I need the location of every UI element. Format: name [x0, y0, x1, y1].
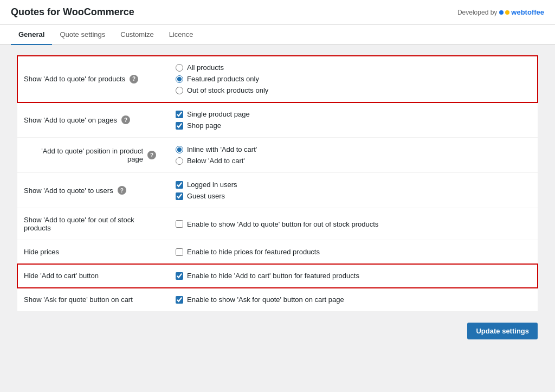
label-hide-prices: Hide prices — [17, 240, 169, 264]
radio-group-products: All products Featured products only Out … — [176, 63, 531, 94]
row-show-add-to-quote-pages: Show 'Add to quote' on pages ? Single pr… — [17, 102, 538, 138]
label-show-add-to-quote-products: Show 'Add to quote' for products ? — [17, 56, 169, 102]
checkbox-input-shop[interactable] — [176, 122, 183, 130]
checkbox-single-product-page[interactable]: Single product page — [176, 110, 531, 118]
radio-input-outofstock[interactable] — [176, 87, 183, 94]
checkbox-enable-ask-for-quote[interactable]: Enable to show 'Ask for quote' button on… — [176, 295, 531, 304]
tab-customize[interactable]: Customize — [113, 25, 161, 45]
control-position-in-product-page: Inline with 'Add to cart' Below 'Add to … — [169, 138, 538, 173]
settings-table: Show 'Add to quote' for products ? All p… — [17, 56, 538, 312]
checkbox-logged-in-users[interactable]: Logged in users — [176, 181, 531, 189]
radio-featured-products[interactable]: Featured products only — [176, 75, 531, 83]
button-row: Update settings — [17, 312, 538, 345]
row-show-for-out-of-stock: Show 'Add to quote' for out of stock pro… — [17, 208, 538, 240]
row-hide-prices: Hide prices Enable to hide prices for fe… — [17, 240, 538, 264]
radio-input-below[interactable] — [176, 157, 183, 165]
radio-input-featured[interactable] — [176, 75, 183, 83]
logo-dot-blue-icon — [499, 10, 504, 15]
checkbox-input-single[interactable] — [176, 111, 183, 118]
label-with-help: Show 'Add to quote' for products ? — [24, 75, 163, 83]
radio-input-inline[interactable] — [176, 146, 183, 153]
app-title: Quotes for WooCommerce — [11, 7, 134, 18]
row-show-add-to-quote-products: Show 'Add to quote' for products ? All p… — [17, 56, 538, 102]
checkbox-input-hide-prices[interactable] — [176, 248, 183, 256]
label-show-for-out-of-stock: Show 'Add to quote' for out of stock pro… — [17, 208, 169, 240]
help-icon-pages[interactable]: ? — [121, 115, 130, 124]
label-show-add-to-quote-users: Show 'Add to quote' to users ? — [17, 173, 169, 208]
content-area: Show 'Add to quote' for products ? All p… — [7, 45, 548, 356]
checkbox-enable-hide-add-to-cart[interactable]: Enable to hide 'Add to cart' button for … — [176, 272, 531, 280]
webtoffee-logo-text: webtoffee — [511, 8, 544, 16]
row-ask-for-quote-cart: Show 'Ask for quote' button on cart Enab… — [17, 288, 538, 312]
checkbox-input-loggedin[interactable] — [176, 181, 183, 189]
developed-by: Developed by webtoffee — [457, 8, 544, 16]
checkbox-shop-page[interactable]: Shop page — [176, 121, 531, 130]
control-show-add-to-quote-pages: Single product page Shop page — [169, 102, 538, 138]
label-hide-add-to-cart: Hide 'Add to cart' button — [17, 264, 169, 288]
update-settings-button[interactable]: Update settings — [467, 323, 538, 339]
row-position-in-product-page: 'Add to quote' position in product page … — [17, 138, 538, 173]
help-icon-users[interactable]: ? — [118, 186, 126, 195]
control-show-for-out-of-stock: Enable to show 'Add to quote' button for… — [169, 208, 538, 240]
control-hide-add-to-cart: Enable to hide 'Add to cart' button for … — [169, 264, 538, 288]
control-show-add-to-quote-users: Logged in users Guest users — [169, 173, 538, 208]
radio-inline-with-add-to-cart[interactable]: Inline with 'Add to cart' — [176, 145, 531, 153]
tab-licence[interactable]: Licence — [162, 25, 201, 45]
webtoffee-logo: webtoffee — [499, 8, 544, 16]
checkbox-input-ask-for-quote[interactable] — [176, 296, 183, 304]
row-hide-add-to-cart: Hide 'Add to cart' button Enable to hide… — [17, 264, 538, 288]
developed-by-label: Developed by — [457, 9, 497, 16]
tabs-bar: General Quote settings Customize Licence — [0, 25, 555, 45]
checkbox-group-users: Logged in users Guest users — [176, 181, 531, 200]
checkbox-enable-out-of-stock[interactable]: Enable to show 'Add to quote' button for… — [176, 220, 531, 228]
checkbox-input-guest[interactable] — [176, 192, 183, 200]
checkbox-group-pages: Single product page Shop page — [176, 110, 531, 130]
radio-below-add-to-cart[interactable]: Below 'Add to cart' — [176, 157, 531, 165]
control-ask-for-quote-cart: Enable to show 'Ask for quote' button on… — [169, 288, 538, 312]
checkbox-guest-users[interactable]: Guest users — [176, 192, 531, 200]
control-hide-prices: Enable to hide prices for featured produ… — [169, 240, 538, 264]
checkbox-enable-hide-prices[interactable]: Enable to hide prices for featured produ… — [176, 248, 531, 256]
row-show-add-to-quote-users: Show 'Add to quote' to users ? Logged in… — [17, 173, 538, 208]
radio-group-position: Inline with 'Add to cart' Below 'Add to … — [176, 145, 531, 165]
label-position-in-product-page: 'Add to quote' position in product page … — [17, 138, 169, 173]
logo-dot-yellow-icon — [505, 10, 509, 15]
radio-all-products[interactable]: All products — [176, 63, 531, 72]
admin-header: Quotes for WooCommerce Developed by webt… — [0, 0, 555, 25]
help-icon-products[interactable]: ? — [130, 75, 138, 83]
label-ask-for-quote-cart: Show 'Ask for quote' button on cart — [17, 288, 169, 312]
checkbox-input-hide-add-to-cart[interactable] — [176, 272, 183, 280]
tab-general[interactable]: General — [11, 25, 52, 45]
page-wrapper: Quotes for WooCommerce Developed by webt… — [0, 0, 555, 392]
tab-quote-settings[interactable]: Quote settings — [52, 25, 113, 45]
checkbox-input-outofstock-enable[interactable] — [176, 220, 183, 228]
help-icon-position[interactable]: ? — [147, 151, 156, 159]
label-show-add-to-quote-pages: Show 'Add to quote' on pages ? — [17, 102, 169, 138]
radio-out-of-stock-products[interactable]: Out of stock products only — [176, 86, 531, 94]
control-show-add-to-quote-products: All products Featured products only Out … — [169, 56, 538, 102]
radio-input-all[interactable] — [176, 64, 183, 72]
